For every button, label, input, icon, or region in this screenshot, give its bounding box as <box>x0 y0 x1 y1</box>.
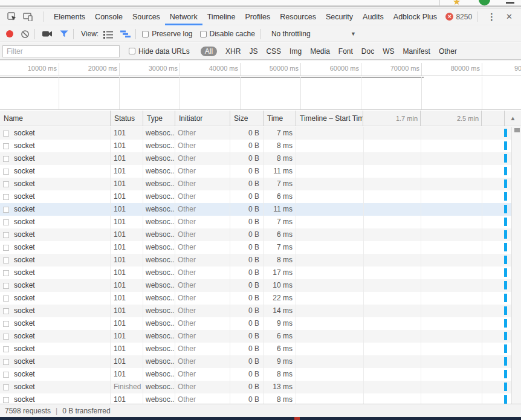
device-toolbar-icon[interactable] <box>23 13 33 21</box>
resource-icon <box>3 245 9 251</box>
request-row[interactable]: socket 101 websoc... Other 0 B 8 ms <box>0 152 511 165</box>
cell-size: 0 B <box>230 152 264 165</box>
cell-initiator: Other <box>175 203 230 216</box>
filter-ws[interactable]: WS <box>383 47 394 56</box>
cell-size: 0 B <box>230 267 264 279</box>
column-header-time[interactable]: Time <box>264 111 296 126</box>
column-header-timeline[interactable]: Timeline – Start Time <box>296 111 363 126</box>
cell-type: websoc... <box>143 393 175 404</box>
cell-name: socket <box>0 203 111 216</box>
request-row[interactable]: socket 101 websoc... Other 0 B 8 ms <box>0 140 511 152</box>
cell-type: websoc... <box>143 228 175 241</box>
tab-network[interactable]: Network <box>165 8 202 25</box>
filter-js[interactable]: JS <box>249 47 257 56</box>
filter-media[interactable]: Media <box>310 47 330 56</box>
request-row[interactable]: socket 101 websoc... Other 0 B 17 ms <box>0 267 511 279</box>
extension-icon[interactable] <box>479 0 490 5</box>
tab-elements[interactable]: Elements <box>49 8 90 25</box>
filter-manifest[interactable]: Manifest <box>403 47 430 56</box>
overview-gridline <box>59 77 59 109</box>
scrollbar-up-arrow-icon[interactable]: ▲ <box>505 111 521 126</box>
disable-cache-checkbox[interactable]: Disable cache <box>200 30 255 38</box>
filter-all[interactable]: All <box>201 47 217 56</box>
tab-security[interactable]: Security <box>321 8 358 25</box>
request-row[interactable]: socket 101 websoc... Other 0 B 7 ms <box>0 127 511 140</box>
filter-xhr[interactable]: XHR <box>225 47 241 56</box>
filter-css[interactable]: CSS <box>266 47 281 56</box>
clear-button[interactable] <box>21 30 30 39</box>
filter-img[interactable]: Img <box>290 47 302 56</box>
request-row[interactable]: socket 101 websoc... Other 0 B 6 ms <box>0 190 511 203</box>
record-button[interactable] <box>6 30 13 37</box>
tab-adblock-plus[interactable]: Adblock Plus <box>389 8 442 25</box>
requests-table: socket 101 websoc... Other 0 B 7 ms sock… <box>0 127 511 404</box>
cell-status: 101 <box>111 305 143 317</box>
request-row[interactable]: socket 101 websoc... Other 0 B 6 ms <box>0 343 511 355</box>
cell-time: 14 ms <box>264 305 296 317</box>
request-row[interactable]: socket 101 websoc... Other 0 B 7 ms <box>0 216 511 228</box>
request-row[interactable]: socket Finished websoc... Other 0 B 13 m… <box>0 381 511 393</box>
cell-size: 0 B <box>230 140 264 152</box>
request-row[interactable]: socket 101 websoc... Other 0 B 11 ms <box>0 203 511 216</box>
column-header-status[interactable]: Status <box>111 111 143 126</box>
request-row[interactable]: socket 101 websoc... Other 0 B 6 ms <box>0 330 511 343</box>
request-name: socket <box>14 178 35 190</box>
disable-cache-label[interactable]: Disable cache <box>210 30 255 38</box>
request-row[interactable]: socket 101 websoc... Other 0 B 8 ms <box>0 254 511 267</box>
tab-profiles[interactable]: Profiles <box>240 8 275 25</box>
divider <box>73 29 74 39</box>
resource-icon <box>3 346 9 352</box>
filter-funnel-icon[interactable] <box>60 30 68 37</box>
filter-doc[interactable]: Doc <box>361 47 374 56</box>
request-row[interactable]: socket 101 websoc... Other 0 B 7 ms <box>0 178 511 190</box>
hide-data-urls-checkbox[interactable]: Hide data URLs <box>129 47 190 56</box>
inspect-element-icon[interactable] <box>7 12 17 22</box>
request-row[interactable]: socket 101 websoc... Other 0 B 8 ms <box>0 368 511 381</box>
request-name: socket <box>14 381 35 393</box>
network-overview[interactable] <box>0 77 521 110</box>
error-icon: ✕ <box>445 13 453 21</box>
column-header-initiator[interactable]: Initiator <box>175 111 230 126</box>
waterfall-view-icon[interactable] <box>120 30 131 38</box>
request-row[interactable]: socket 101 websoc... Other 0 B 8 ms <box>0 393 511 404</box>
checkbox-icon[interactable] <box>129 48 135 54</box>
ruler-gridline <box>300 63 301 76</box>
close-devtools-button[interactable]: ✕ <box>501 12 517 21</box>
request-row[interactable]: socket 101 websoc... Other 0 B 14 ms <box>0 305 511 317</box>
tab-timeline[interactable]: Timeline <box>202 8 241 25</box>
request-row[interactable]: socket 101 websoc... Other 0 B 9 ms <box>0 355 511 368</box>
column-header-name[interactable]: Name <box>0 111 111 126</box>
filter-input[interactable] <box>2 45 120 57</box>
vertical-scrollbar[interactable] <box>511 127 521 404</box>
tab-audits[interactable]: Audits <box>358 8 389 25</box>
preserve-log-checkbox[interactable]: Preserve log <box>142 30 192 38</box>
filter-other[interactable]: Other <box>439 47 457 56</box>
preserve-log-label[interactable]: Preserve log <box>152 30 192 38</box>
devtools-window: ★ ElementsConsoleSourcesNetworkTimelineP… <box>0 0 521 420</box>
cell-status: 101 <box>111 216 143 228</box>
hide-data-urls-label[interactable]: Hide data URLs <box>138 47 190 56</box>
screenshot-capture-icon[interactable] <box>42 30 53 37</box>
overview-gridline <box>361 77 361 109</box>
request-row[interactable]: socket 101 websoc... Other 0 B 9 ms <box>0 317 511 330</box>
tab-resources[interactable]: Resources <box>275 8 321 25</box>
checkbox-icon[interactable] <box>200 31 207 37</box>
request-row[interactable]: socket 101 websoc... Other 0 B 10 ms <box>0 279 511 292</box>
request-row[interactable]: socket 101 websoc... Other 0 B 11 ms <box>0 165 511 178</box>
minimize-button[interactable] <box>506 2 514 4</box>
ruler-label: 30000 ms <box>121 65 178 72</box>
column-header-size[interactable]: Size <box>230 111 264 126</box>
filter-font[interactable]: Font <box>338 47 353 56</box>
list-view-icon[interactable] <box>103 30 113 39</box>
column-header-type[interactable]: Type <box>143 111 175 126</box>
menu-icon[interactable]: ⋮ <box>482 11 501 22</box>
tab-console[interactable]: Console <box>90 8 128 25</box>
request-row[interactable]: socket 101 websoc... Other 0 B 6 ms <box>0 228 511 241</box>
checkbox-icon[interactable] <box>142 31 149 37</box>
request-row[interactable]: socket 101 websoc... Other 0 B 7 ms <box>0 241 511 254</box>
throttling-select[interactable]: No throttling ▼ <box>271 30 356 38</box>
tab-sources[interactable]: Sources <box>128 8 165 25</box>
scrollbar-thumb[interactable] <box>514 128 520 132</box>
request-row[interactable]: socket 101 websoc... Other 0 B 22 ms <box>0 292 511 305</box>
error-badge[interactable]: ✕ 8250 <box>445 13 472 21</box>
